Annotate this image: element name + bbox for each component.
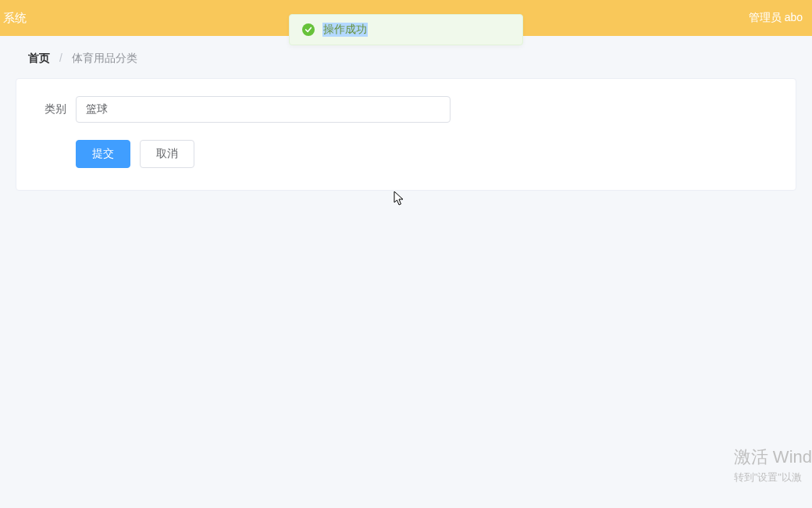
breadcrumb-current: 体育用品分类 xyxy=(72,52,137,64)
form-card: 类别 提交 取消 xyxy=(16,78,796,191)
breadcrumb-separator: / xyxy=(59,52,62,64)
button-row: 提交 取消 xyxy=(35,140,777,168)
watermark-title: 激活 Wind xyxy=(734,445,812,469)
success-toast: 操作成功 xyxy=(289,14,523,45)
submit-button[interactable]: 提交 xyxy=(76,140,130,168)
system-title: 系统 xyxy=(0,11,27,26)
toast-message: 操作成功 xyxy=(322,23,368,37)
user-label[interactable]: 管理员 abo xyxy=(749,11,803,25)
category-row: 类别 xyxy=(35,96,777,123)
breadcrumb-home[interactable]: 首页 xyxy=(28,52,50,64)
windows-activation-watermark: 激活 Wind 转到"设置"以激 xyxy=(734,445,812,485)
success-check-icon xyxy=(302,23,315,36)
category-input[interactable] xyxy=(76,96,451,123)
watermark-sub: 转到"设置"以激 xyxy=(734,470,812,485)
mouse-cursor-icon xyxy=(394,191,406,209)
cancel-button[interactable]: 取消 xyxy=(140,140,194,168)
category-label: 类别 xyxy=(35,102,76,116)
